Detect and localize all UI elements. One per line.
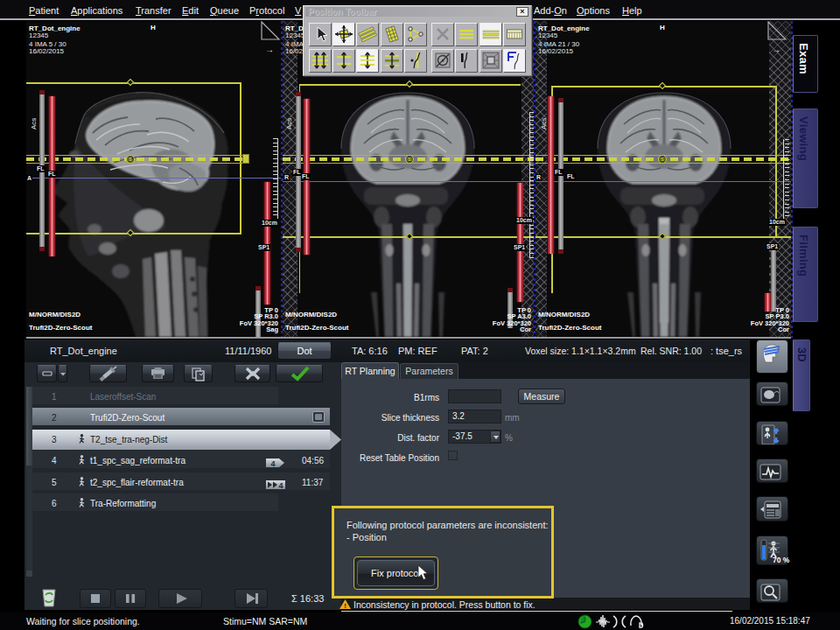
svg-text:!: ! xyxy=(344,602,346,610)
svg-text:4: 4 xyxy=(270,459,275,468)
svg-text:4: 4 xyxy=(278,480,283,489)
